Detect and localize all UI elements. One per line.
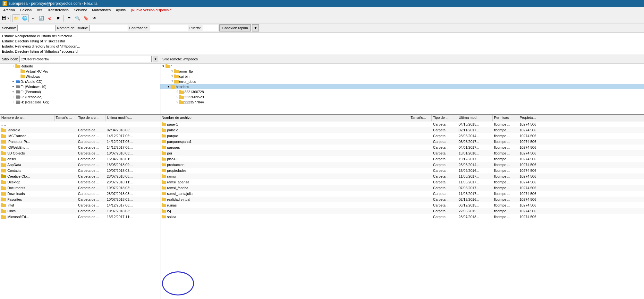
server-input[interactable]	[17, 25, 56, 31]
tree-item-roberto[interactable]: + Roberto	[0, 64, 160, 69]
remote-file-row[interactable]: parqueCarpeta ...28/05/2014...flcdmpe ..…	[160, 133, 644, 139]
tree-item-root[interactable]: ▼ /	[160, 64, 644, 69]
svg-rect-49	[165, 65, 170, 68]
tree-item-h[interactable]: + H: (Respaldo_GS)	[0, 100, 160, 105]
remote-file-row[interactable]: propiedadesCarpeta ...15/09/2016...flcdm…	[160, 168, 644, 173]
remote-file-row[interactable]: perCarpeta ...13/01/2018...flcdmpe ...10…	[160, 150, 644, 156]
local-col-type[interactable]: Tipo de arc...	[77, 115, 106, 121]
local-file-row[interactable]: .androidCarpeta de ...02/04/2018 06:...	[0, 127, 160, 133]
svg-rect-73	[162, 146, 166, 149]
tree-item-f[interactable]: + F: (Personal)	[0, 89, 160, 94]
menu-nueva-version[interactable]: ¡Nueva versión disponible!	[128, 7, 175, 13]
svg-rect-68	[162, 128, 163, 129]
local-col-size[interactable]: Tamaño ...	[55, 115, 77, 121]
port-input[interactable]	[202, 25, 218, 31]
remote-file-row[interactable]: ruinasCarpeta ...06/12/2015...flcdmpe ..…	[160, 202, 644, 208]
toolbar-show-local-dir[interactable]: 📁	[13, 14, 20, 22]
remote-file-row[interactable]: parqueespana1Carpeta ...03/08/2017...flc…	[160, 139, 644, 145]
folder-icon-virtual	[21, 69, 26, 74]
password-input[interactable]	[150, 25, 188, 31]
local-file-row[interactable]: MicrosoftEd...Carpeta de ...13/12/2017 1…	[0, 214, 160, 220]
svg-rect-2	[21, 70, 25, 73]
remote-file-row[interactable]: palacioCarpeta ...02/11/2017...flcdmpe .…	[160, 127, 644, 133]
remote-file-row[interactable]: produccionCarpeta ...25/05/2014...flcdmp…	[160, 162, 644, 168]
password-label: Contraseña:	[129, 26, 148, 30]
remote-col-modified[interactable]: Última mod...	[457, 115, 493, 121]
tree-item-2221[interactable]: ? 2221360728	[160, 89, 644, 94]
remote-col-owner[interactable]: Propieta...	[518, 115, 644, 121]
toolbar-search[interactable]: 🔍	[74, 14, 81, 22]
svg-rect-96	[162, 209, 163, 210]
svg-rect-1	[15, 64, 17, 65]
remote-col-size[interactable]: Tamaño...	[409, 115, 432, 121]
tree-item-cgi[interactable]: ? cgi-bin	[160, 74, 644, 79]
toolbar-stop[interactable]: ✖	[54, 14, 62, 22]
toolbar-connect[interactable]: ↔	[29, 14, 37, 22]
remote-file-row[interactable]: salidaCarpeta ...28/07/2018...flcdmpe ..…	[160, 214, 644, 220]
remote-file-row[interactable]: parquesCarpeta ...04/01/2017...flcdmpe .…	[160, 145, 644, 150]
tree-item-httpdocs[interactable]: ▼ httpdocs	[160, 84, 644, 89]
remote-col-type[interactable]: Tipo de ...	[432, 115, 457, 121]
menu-ver[interactable]: Ver	[34, 7, 45, 13]
remote-file-row[interactable]: ramsiCarpeta ...11/05/2017...flcdmpe ...…	[160, 173, 644, 179]
remote-file-row[interactable]: ryjCarpeta ...22/06/2015...flcdmpe ...10…	[160, 208, 644, 214]
tree-item-windows[interactable]: Windows	[0, 74, 160, 79]
local-file-row[interactable]: DownloadsCarpeta de ...28/07/2018 03:...	[0, 191, 160, 197]
local-file-row[interactable]: DesktopCarpeta de ...28/07/2018 11:...	[0, 179, 160, 185]
toolbar-refresh[interactable]: 🔄	[38, 14, 45, 22]
remote-col-perms[interactable]: Permisos	[493, 115, 518, 121]
local-file-row[interactable]: ContactsCarpeta de ...10/07/2018 03:...	[0, 168, 160, 173]
menu-transferencia[interactable]: Transferencia	[45, 7, 71, 13]
toolbar-queue[interactable]: ≡	[65, 14, 73, 22]
local-file-row[interactable]: .QtWebEngi...Carpeta de ...14/12/2017 06…	[0, 145, 160, 150]
tree-item-g[interactable]: + G: (Respaldo)	[0, 94, 160, 100]
svg-rect-51	[174, 70, 179, 73]
local-file-row[interactable]: ....	[0, 121, 160, 127]
tree-item-d[interactable]: + D: (Audio CD)	[0, 79, 160, 84]
toolbar-bookmark[interactable]: 🔖	[82, 14, 90, 22]
menu-edicion[interactable]: Edición	[18, 7, 34, 13]
local-file-row[interactable]: Creative Clo...Carpeta de ...28/07/2018 …	[0, 173, 160, 179]
tree-item-e[interactable]: + E: (Windows 10)	[0, 84, 160, 89]
local-col-modified[interactable]: Última modific...	[106, 115, 160, 121]
local-file-row[interactable]: LinksCarpeta de ...10/07/2018 03:...	[0, 208, 160, 214]
local-file-row[interactable]: .Panotour Pr...Carpeta de ...14/12/2017 …	[0, 139, 160, 145]
tree-item-2222[interactable]: ? 2222609529	[160, 94, 644, 100]
remote-file-row[interactable]: piso13Carpeta ...19/12/2017...flcdmpe ..…	[160, 156, 644, 162]
local-file-row[interactable]: DocumentsCarpeta de ...10/07/2018 03:...	[0, 185, 160, 191]
tree-toggle-roberto[interactable]: +	[11, 64, 15, 68]
toolbar-cancel[interactable]: ⊗	[46, 14, 54, 22]
local-file-row[interactable]: AppDataCarpeta de ...18/05/2018 09:...	[0, 162, 160, 168]
local-file-row[interactable]: .MCTransco...Carpeta de ...14/12/2017 06…	[0, 133, 160, 139]
local-file-row[interactable]: anselCarpeta de ...15/04/2018 01:...	[0, 156, 160, 162]
local-file-row[interactable]: 3D ObjectsCarpeta de ...10/07/2018 03:..…	[0, 150, 160, 156]
menu-marcadores[interactable]: Marcadores	[89, 7, 113, 13]
local-path-dropdown[interactable]: ▼	[153, 56, 158, 62]
username-input[interactable]	[89, 25, 128, 31]
toolbar-site-manager[interactable]: 🖥 ▼	[1, 14, 9, 22]
connect-dropdown[interactable]: ▼	[252, 24, 259, 31]
menu-archivo[interactable]: Archivo	[1, 7, 18, 13]
remote-file-row[interactable]: ramsi_fabricaCarpeta ...07/05/2017...flc…	[160, 185, 644, 191]
toolbar-compare[interactable]: 👁	[90, 14, 98, 22]
remote-file-row[interactable]: realidad-virtualCarpeta ...02/12/2016...…	[160, 197, 644, 202]
svg-rect-78	[162, 157, 163, 158]
remote-file-row[interactable]: ramsi_santajuliaCarpeta ...11/05/2017...…	[160, 191, 644, 197]
local-file-row[interactable]: IntelCarpeta de ...14/12/2017 06:...	[0, 202, 160, 208]
svg-rect-35	[1, 181, 6, 184]
remote-file-row[interactable]: ramsi_abanzaCarpeta ...11/05/2017...flcd…	[160, 179, 644, 185]
svg-rect-71	[162, 140, 166, 143]
tree-item-virtual[interactable]: Virtual RC Pro	[0, 69, 160, 74]
local-col-name[interactable]: Nombre de ar...	[0, 115, 55, 121]
tree-item-2223[interactable]: ? 2223577044	[160, 100, 644, 105]
local-file-row[interactable]: FavoritesCarpeta de ...10/07/2018 03:...	[0, 197, 160, 202]
toolbar-show-remote-dir[interactable]: 🌐	[21, 14, 29, 22]
tree-item-error[interactable]: ? error_docs	[160, 79, 644, 84]
menu-servidor[interactable]: Servidor	[71, 7, 89, 13]
remote-file-row[interactable]: page-1Carpeta ...04/10/2015...flcdmpe ..…	[160, 121, 644, 127]
local-site-path[interactable]	[19, 56, 152, 62]
remote-col-name[interactable]: Nombre de archivo	[160, 115, 409, 121]
connect-button[interactable]: Conexión rápida	[219, 24, 251, 31]
tree-item-anon[interactable]: ? anon_ftp	[160, 69, 644, 74]
menu-ayuda[interactable]: Ayuda	[113, 7, 128, 13]
